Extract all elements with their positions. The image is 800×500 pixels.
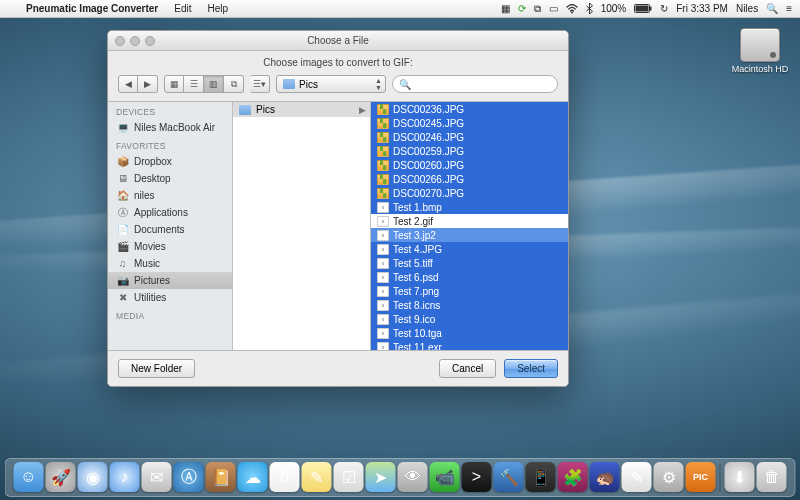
dock-calendar[interactable]: 6 [270, 462, 300, 492]
menu-edit[interactable]: Edit [166, 3, 199, 14]
dock-notes[interactable]: ✎ [302, 462, 332, 492]
display-icon[interactable]: ▭ [549, 3, 558, 14]
file-row[interactable]: ▫Test 2.gif [371, 214, 568, 228]
dock-launchpad[interactable]: 🚀 [46, 462, 76, 492]
sidebar-item-pictures[interactable]: 📷Pictures [108, 272, 232, 289]
wifi-icon[interactable] [566, 4, 578, 14]
select-button[interactable]: Select [504, 359, 558, 378]
forward-button[interactable]: ▶ [138, 75, 158, 93]
dropbox-menu-icon[interactable]: ⧉ [534, 3, 541, 15]
music-icon: ♫ [116, 257, 129, 270]
file-row[interactable]: ▚DSC00266.JPG [371, 172, 568, 186]
file-row[interactable]: ▚DSC00260.JPG [371, 158, 568, 172]
search-field[interactable]: 🔍 [392, 75, 558, 93]
dock-simulator[interactable]: 📱 [526, 462, 556, 492]
list-view-button[interactable]: ☰ [184, 75, 204, 93]
file-row[interactable]: ▚DSC00270.JPG [371, 186, 568, 200]
battery-icon[interactable] [634, 4, 652, 13]
dock-itunes[interactable]: ♪ [110, 462, 140, 492]
dock-reminders[interactable]: ☑ [334, 462, 364, 492]
dock-xcode[interactable]: 🔨 [494, 462, 524, 492]
sidebar-item-utilities[interactable]: ✖Utilities [108, 289, 232, 306]
file-row[interactable]: ▫Test 7.png [371, 284, 568, 298]
desktop-hd-icon[interactable]: Macintosh HD [730, 28, 790, 74]
battery-percent[interactable]: 100% [601, 3, 627, 14]
sidebar-item-movies[interactable]: 🎬Movies [108, 238, 232, 255]
icon-view-button[interactable]: ▦ [164, 75, 184, 93]
user-menu[interactable]: Niles [736, 3, 758, 14]
file-icon: ▫ [377, 314, 389, 325]
dock-contacts[interactable]: 📔 [206, 462, 236, 492]
spotlight-icon[interactable]: 🔍 [766, 3, 778, 14]
bluetooth-icon[interactable] [586, 3, 593, 14]
menu-extra-icon[interactable]: ▦ [501, 3, 510, 14]
file-row[interactable]: ▫Test 8.icns [371, 298, 568, 312]
dock-mail[interactable]: ✉ [142, 462, 172, 492]
dock-pic[interactable]: PIC [686, 462, 716, 492]
coverflow-view-button[interactable]: ⧉ [224, 75, 244, 93]
file-row[interactable]: ▫Test 4.JPG [371, 242, 568, 256]
path-popup[interactable]: Pics ▲▼ [276, 75, 386, 93]
new-folder-button[interactable]: New Folder [118, 359, 195, 378]
notification-center-icon[interactable]: ≡ [786, 3, 792, 14]
file-row[interactable]: ▫Test 3.jp2 [371, 228, 568, 242]
sidebar-item-label: Dropbox [134, 156, 172, 167]
sidebar-item-music[interactable]: ♫Music [108, 255, 232, 272]
sidebar-item-label: Music [134, 258, 160, 269]
dock-facetime[interactable]: 📹 [430, 462, 460, 492]
file-label: Test 3.jp2 [393, 230, 436, 241]
sidebar-item-label: Niles MacBook Air [134, 122, 215, 133]
traffic-light-close[interactable] [115, 36, 125, 46]
sync-icon[interactable]: ⟳ [518, 3, 526, 14]
home-icon: 🏠 [116, 189, 129, 202]
file-row[interactable]: ▚DSC00259.JPG [371, 144, 568, 158]
dock-trash[interactable]: 🗑 [757, 462, 787, 492]
dock-safari[interactable]: ◉ [78, 462, 108, 492]
sidebar-item-label: Utilities [134, 292, 166, 303]
dialog-titlebar[interactable]: Choose a File [108, 31, 568, 51]
file-row[interactable]: ▫Test 10.tga [371, 326, 568, 340]
sidebar-item-niles[interactable]: 🏠niles [108, 187, 232, 204]
timemachine-icon[interactable]: ↻ [660, 3, 668, 14]
chevron-right-icon: ▶ [359, 105, 366, 115]
file-row[interactable]: ▫Test 11.exr [371, 340, 568, 350]
clock[interactable]: Fri 3:33 PM [676, 3, 728, 14]
file-row[interactable]: ▚DSC00246.JPG [371, 130, 568, 144]
dock-preview[interactable]: 👁 [398, 462, 428, 492]
file-row[interactable]: ▫Test 5.tiff [371, 256, 568, 270]
file-row[interactable]: ▫Test 1.bmp [371, 200, 568, 214]
menu-help[interactable]: Help [200, 3, 237, 14]
dock-settings[interactable]: ⚙ [654, 462, 684, 492]
file-row[interactable]: ▫Test 9.ico [371, 312, 568, 326]
image-file-icon: ▚ [377, 174, 389, 185]
file-row[interactable]: ▚DSC00236.JPG [371, 102, 568, 116]
group-menu[interactable]: ☰▾ [250, 75, 270, 93]
dock-downloads[interactable]: ⬇ [725, 462, 755, 492]
dock-appstore[interactable]: Ⓐ [174, 462, 204, 492]
dock-terminal[interactable]: > [462, 462, 492, 492]
file-row[interactable]: ▫Test 6.psd [371, 270, 568, 284]
dock-sonic[interactable]: 🦔 [590, 462, 620, 492]
column-view-button[interactable]: ▥ [204, 75, 224, 93]
dock-finder[interactable]: ☺ [14, 462, 44, 492]
folder-label: Pics [256, 104, 275, 115]
image-file-icon: ▚ [377, 104, 389, 115]
desktop-icon: 🖥 [116, 172, 129, 185]
file-row[interactable]: ▚DSC00245.JPG [371, 116, 568, 130]
dock-dash[interactable]: 🧩 [558, 462, 588, 492]
dock-messages[interactable]: ☁ [238, 462, 268, 492]
dock-maps[interactable]: ➤ [366, 462, 396, 492]
traffic-light-minimize[interactable] [130, 36, 140, 46]
folder-row[interactable]: Pics▶ [233, 102, 370, 117]
path-popup-label: Pics [299, 79, 318, 90]
sidebar-item-documents[interactable]: 📄Documents [108, 221, 232, 238]
traffic-light-zoom[interactable] [145, 36, 155, 46]
sidebar-item-applications[interactable]: ⒶApplications [108, 204, 232, 221]
dock-textedit[interactable]: ✎ [622, 462, 652, 492]
back-button[interactable]: ◀ [118, 75, 138, 93]
sidebar-item-dropbox[interactable]: 📦Dropbox [108, 153, 232, 170]
sidebar-item-niles-macbook-air[interactable]: 💻Niles MacBook Air [108, 119, 232, 136]
cancel-button[interactable]: Cancel [439, 359, 496, 378]
app-name-menu[interactable]: Pneumatic Image Converter [18, 3, 166, 14]
sidebar-item-desktop[interactable]: 🖥Desktop [108, 170, 232, 187]
